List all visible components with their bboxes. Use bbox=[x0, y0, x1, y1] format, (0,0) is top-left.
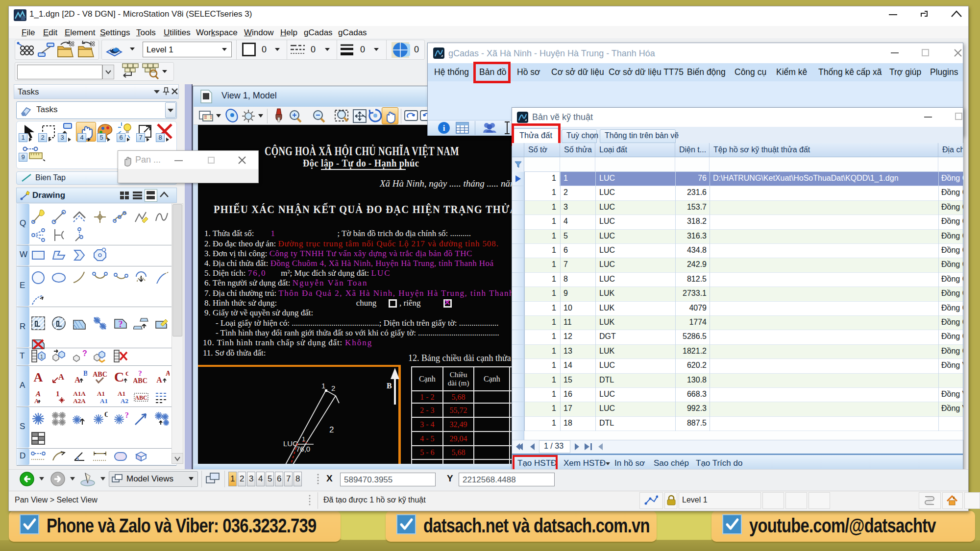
svg-text:ABC: ABC bbox=[135, 394, 147, 401]
svg-text:B: B bbox=[83, 370, 87, 377]
svg-text:O: O bbox=[104, 411, 108, 418]
svg-text:A1A: A1A bbox=[73, 390, 86, 397]
svg-text:i: i bbox=[443, 123, 445, 133]
svg-text:C: C bbox=[125, 370, 128, 377]
svg-text:A1: A1 bbox=[100, 397, 108, 405]
svg-text:A2A: A2A bbox=[73, 397, 86, 405]
svg-text:1: 1 bbox=[56, 390, 60, 398]
svg-text:A: A bbox=[166, 370, 170, 377]
svg-text:A2: A2 bbox=[121, 397, 128, 405]
svg-text:2: 2 bbox=[331, 384, 335, 392]
svg-text:A: A bbox=[74, 376, 80, 384]
svg-text:A1: A1 bbox=[118, 390, 125, 397]
svg-text:A: A bbox=[35, 390, 41, 398]
svg-text:A1: A1 bbox=[97, 390, 105, 397]
svg-text:A: A bbox=[156, 376, 162, 384]
svg-text:1: 1 bbox=[40, 354, 43, 359]
svg-text:ABC: ABC bbox=[133, 377, 147, 384]
svg-text:?: ? bbox=[125, 411, 128, 419]
svg-text:B: B bbox=[387, 382, 392, 390]
svg-text:C: C bbox=[114, 370, 124, 384]
svg-text:ABC: ABC bbox=[93, 371, 107, 378]
svg-text:1: 1 bbox=[321, 382, 325, 390]
svg-text:A: A bbox=[58, 372, 65, 382]
svg-text:?: ? bbox=[119, 319, 123, 329]
svg-text:?: ? bbox=[138, 370, 142, 377]
svg-text:A: A bbox=[34, 370, 43, 384]
svg-text:?: ? bbox=[82, 349, 87, 358]
svg-text:76,0: 76,0 bbox=[296, 445, 310, 453]
svg-text:2: 2 bbox=[329, 425, 334, 434]
